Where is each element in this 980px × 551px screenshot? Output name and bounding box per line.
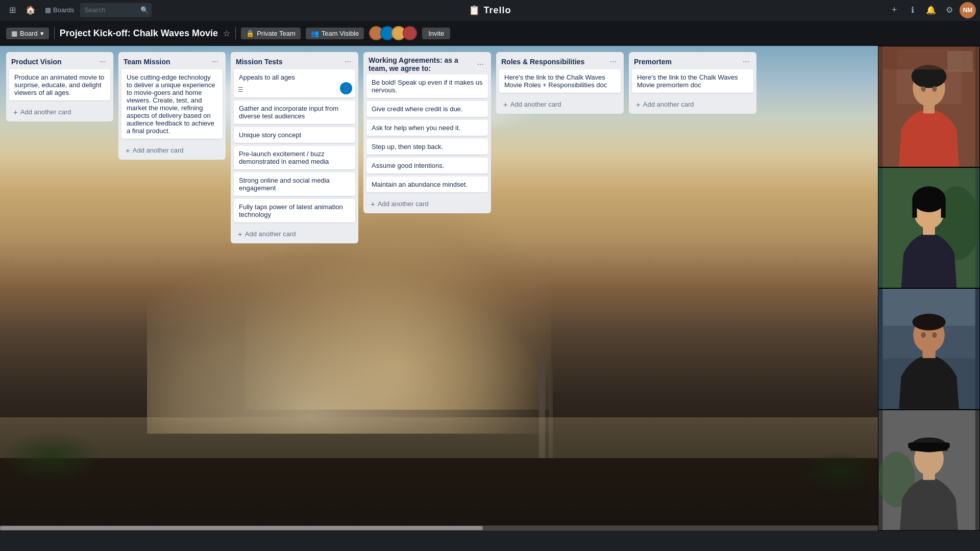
card-assume-good[interactable]: Assume good intentions. bbox=[366, 158, 488, 173]
plus-icon-2: + bbox=[126, 146, 130, 155]
add-card-button-mission-tests[interactable]: + Add another card bbox=[233, 227, 356, 241]
chevron-down-icon: ▾ bbox=[40, 30, 44, 37]
add-card-button-team-mission[interactable]: + Add another card bbox=[120, 143, 224, 158]
list-working-agreements: Working Agreements: as a team, we agree … bbox=[363, 52, 491, 213]
card-ask-help[interactable]: Ask for help when you need it. bbox=[366, 120, 488, 136]
add-card-button-working-agreements[interactable]: + Add another card bbox=[365, 196, 489, 211]
list-menu-button-working-agreements[interactable]: ··· bbox=[475, 59, 486, 70]
svg-rect-16 bbox=[923, 227, 935, 235]
user-avatar[interactable]: NM bbox=[960, 2, 976, 18]
list-cards-product-vision: Produce an animated movie to surprise, e… bbox=[6, 69, 113, 104]
svg-rect-22 bbox=[922, 350, 935, 358]
avatar-group bbox=[369, 26, 417, 40]
board-content: Product Vision ··· Produce an animated m… bbox=[0, 46, 878, 525]
svg-rect-14 bbox=[912, 199, 917, 217]
list-cards-mission-tests: Appeals to all ages 👤 ☰ Gather and incor… bbox=[231, 69, 358, 226]
list-mission-tests: Mission Tests ··· Appeals to all ages 👤 … bbox=[231, 52, 358, 243]
taskbar bbox=[0, 531, 980, 551]
list-cards-roles: Here's the link to the Chalk Waves Movie… bbox=[496, 69, 624, 96]
svg-rect-33 bbox=[923, 472, 935, 480]
board-icon: ▦ bbox=[11, 30, 17, 37]
card-step-up[interactable]: Step up, then step back. bbox=[366, 139, 488, 155]
settings-icon[interactable]: ⚙ bbox=[941, 2, 958, 18]
list-header-mission-tests: Mission Tests ··· bbox=[231, 52, 358, 69]
card-roles-link[interactable]: Here's the link to the Chalk Waves Movie… bbox=[499, 69, 621, 93]
svg-rect-8 bbox=[947, 51, 973, 72]
lock-icon: 🔒 bbox=[246, 30, 254, 37]
list-menu-button-product-vision[interactable]: ··· bbox=[97, 56, 108, 67]
notification-bell-icon[interactable]: 🔔 bbox=[923, 2, 939, 18]
card-prelaunch-excitement[interactable]: Pre-launch excitement / buzz demonstrate… bbox=[234, 146, 355, 169]
team-visible-button[interactable]: 👥 Team Visible bbox=[306, 28, 364, 39]
plus-icon-3: + bbox=[238, 230, 242, 238]
boards-button[interactable]: ▦ Boards bbox=[41, 2, 78, 18]
private-team-label: Private Team bbox=[257, 30, 296, 37]
video-tile-1 bbox=[878, 46, 980, 167]
card-fully-taps[interactable]: Fully taps power of latest animation tec… bbox=[234, 199, 355, 222]
video-person-3 bbox=[878, 289, 979, 409]
home-icon[interactable]: ⊞ bbox=[4, 2, 20, 18]
top-navigation: ⊞ 🏠 ▦ Boards 🔍 📋 Trello + ℹ 🔔 ⚙ NM bbox=[0, 0, 980, 20]
card-be-bold[interactable]: Be bold! Speak up even if it makes us ne… bbox=[366, 74, 488, 98]
plus-icon: + bbox=[13, 108, 18, 116]
svg-point-24 bbox=[932, 332, 937, 338]
list-header-roles: Roles & Responsibilities ··· bbox=[496, 52, 624, 69]
board-scrollbar[interactable] bbox=[0, 525, 878, 531]
invite-button[interactable]: Invite bbox=[422, 28, 450, 39]
separator2 bbox=[235, 27, 236, 39]
list-title-premortem: Premortem bbox=[634, 58, 741, 66]
separator bbox=[54, 27, 55, 39]
list-menu-button-premortem[interactable]: ··· bbox=[741, 56, 751, 67]
add-button[interactable]: + bbox=[886, 2, 902, 18]
card-avatar-appeals: 👤 bbox=[340, 82, 352, 94]
video-tile-4 bbox=[878, 410, 980, 531]
list-cards-working-agreements: Be bold! Speak up even if it makes us ne… bbox=[363, 74, 491, 195]
video-tile-3 bbox=[878, 288, 980, 410]
add-card-button-roles[interactable]: + Add another card bbox=[498, 97, 622, 112]
card-premortem-link[interactable]: Here's the link to the Chalk Waves Movie… bbox=[632, 69, 753, 93]
card-unique-story[interactable]: Unique story concept bbox=[234, 127, 355, 143]
boards-icon: ▦ bbox=[45, 6, 51, 14]
list-menu-button-team-mission[interactable]: ··· bbox=[210, 56, 220, 67]
add-card-button-premortem[interactable]: + Add another card bbox=[631, 97, 754, 112]
card-abundance-mindset[interactable]: Maintain an abundance mindset. bbox=[366, 177, 488, 192]
plus-icon-4: + bbox=[371, 199, 375, 208]
svg-rect-4 bbox=[923, 104, 935, 113]
people-icon: 👥 bbox=[311, 30, 319, 37]
board-header: ▦ Board ▾ Project Kick-off: Chalk Waves … bbox=[0, 20, 980, 46]
add-card-button-product-vision[interactable]: + Add another card bbox=[8, 105, 111, 119]
card-produce-animated[interactable]: Produce an animated movie to surprise, e… bbox=[9, 69, 110, 101]
svg-point-13 bbox=[912, 186, 945, 212]
list-menu-button-roles[interactable]: ··· bbox=[608, 56, 619, 67]
private-team-button[interactable]: 🔒 Private Team bbox=[241, 28, 301, 39]
card-team-mission-main[interactable]: Use cutting-edge technology to deliver a… bbox=[121, 69, 223, 139]
svg-point-5 bbox=[921, 86, 926, 92]
video-tile-2 bbox=[878, 167, 980, 289]
svg-point-32 bbox=[910, 444, 948, 452]
home-house-icon[interactable]: 🏠 bbox=[22, 2, 39, 18]
board-title: Project Kick-off: Chalk Waves Movie bbox=[60, 28, 218, 39]
list-team-mission: Team Mission ··· Use cutting-edge techno… bbox=[118, 52, 226, 160]
board-menu-button[interactable]: ▦ Board ▾ bbox=[6, 28, 49, 39]
card-give-credit[interactable]: Give credit where credit is due. bbox=[366, 101, 488, 117]
card-gather-input[interactable]: Gather and incorporate input from divers… bbox=[234, 101, 355, 124]
list-product-vision: Product Vision ··· Produce an animated m… bbox=[6, 52, 113, 121]
list-menu-button-mission-tests[interactable]: ··· bbox=[342, 56, 353, 67]
list-header-product-vision: Product Vision ··· bbox=[6, 52, 113, 69]
card-strong-online[interactable]: Strong online and social media engagemen… bbox=[234, 172, 355, 196]
info-button[interactable]: ℹ bbox=[904, 2, 921, 18]
list-header-team-mission: Team Mission ··· bbox=[118, 52, 226, 69]
video-person-1 bbox=[878, 46, 979, 167]
avatar-4[interactable] bbox=[403, 26, 417, 40]
plus-icon-6: + bbox=[636, 100, 641, 109]
trello-logo: 📋 Trello bbox=[469, 5, 511, 16]
card-appeals-all-ages[interactable]: Appeals to all ages 👤 ☰ bbox=[234, 69, 355, 97]
list-title-working-agreements: Working Agreements: as a team, we agree … bbox=[369, 56, 475, 72]
search-icon: 🔍 bbox=[140, 6, 149, 14]
list-cards-premortem: Here's the link to the Chalk Waves Movie… bbox=[629, 69, 756, 96]
list-title-team-mission: Team Mission bbox=[124, 58, 210, 66]
video-person-2 bbox=[878, 168, 979, 288]
star-button[interactable]: ☆ bbox=[223, 29, 230, 38]
board-scrollbar-thumb[interactable] bbox=[0, 526, 483, 530]
list-title-mission-tests: Mission Tests bbox=[236, 58, 342, 66]
